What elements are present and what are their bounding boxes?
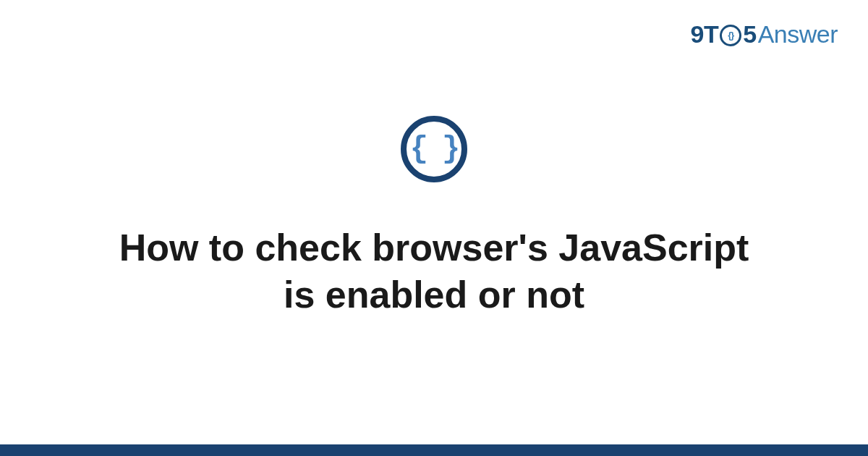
page-title: How to check browser's JavaScript is ena…	[109, 224, 760, 318]
footer-accent-bar	[0, 444, 868, 456]
topic-icon-circle: { }	[401, 116, 467, 182]
main-content: { } How to check browser's JavaScript is…	[0, 0, 868, 456]
code-braces-icon: { }	[410, 132, 459, 166]
